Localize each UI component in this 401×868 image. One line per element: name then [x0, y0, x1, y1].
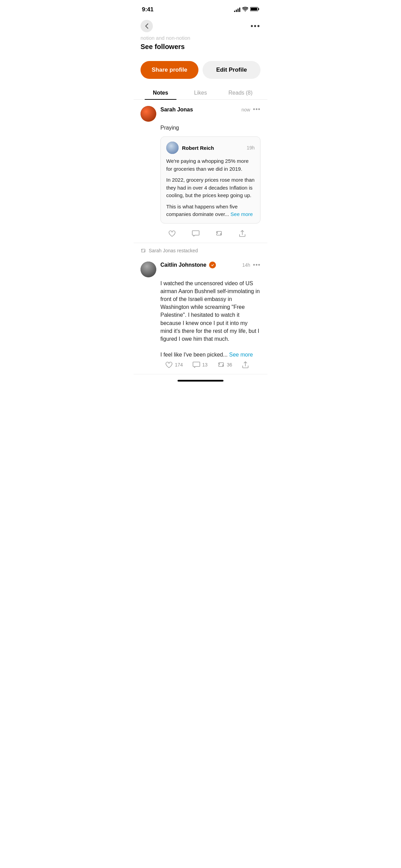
status-time: 9:41 [142, 6, 154, 13]
author-with-badge: Caitlin Johnstone [160, 262, 216, 268]
home-bar [178, 380, 223, 382]
quoted-text-body: We're paying a whopping 25% more for gro… [166, 157, 255, 218]
repost-button-2[interactable]: 36 [217, 361, 232, 369]
like-button[interactable] [168, 230, 176, 237]
note-2-time: 14h [242, 262, 250, 268]
share-button-2[interactable] [242, 361, 249, 369]
avatar-caitlin[interactable] [141, 262, 156, 277]
note-meta: Sarah Jonas now ••• [160, 106, 260, 113]
like-button-2[interactable]: 174 [165, 361, 183, 369]
status-icons [234, 7, 259, 13]
comment-button-2[interactable]: 13 [193, 361, 208, 369]
note-2-author-row: Caitlin Johnstone 14h ••• [160, 262, 260, 269]
note-author-name[interactable]: Sarah Jonas [160, 107, 193, 113]
quoted-author-name[interactable]: Robert Reich [182, 145, 214, 151]
restack-label: Sarah Jonas restacked [134, 243, 267, 255]
svg-rect-2 [251, 8, 257, 11]
home-indicator [134, 374, 267, 384]
quoted-note-header: Robert Reich 19h [166, 142, 255, 154]
header-section: notion and non-notion See followers [134, 35, 267, 61]
note-time-more: now ••• [241, 106, 260, 113]
note-author-row: Sarah Jonas now ••• [160, 106, 260, 113]
note-actions-row [141, 228, 260, 243]
wifi-icon [242, 7, 248, 13]
comment-count-2: 13 [202, 362, 208, 367]
signal-icon [234, 7, 240, 12]
verified-badge [209, 262, 216, 268]
tab-reads[interactable]: Reads (8) [220, 86, 260, 99]
notes-feed: Sarah Jonas now ••• Praying Robert Reich [134, 100, 267, 374]
nav-bar: ••• [134, 17, 267, 35]
tab-notes[interactable]: Notes [141, 86, 181, 99]
quoted-paragraph-1: We're paying a whopping 25% more for gro… [166, 157, 255, 173]
note-2-meta: Caitlin Johnstone 14h ••• [160, 262, 260, 269]
note-item-2: Caitlin Johnstone 14h ••• I watched t [134, 255, 267, 374]
note-header: Sarah Jonas now ••• [141, 106, 260, 122]
note-time: now [241, 107, 250, 112]
see-more-button-2[interactable]: See more [229, 352, 253, 358]
share-profile-button[interactable]: Share profile [141, 61, 198, 79]
note-more-button[interactable]: ••• [253, 106, 260, 113]
edit-profile-button[interactable]: Edit Profile [203, 61, 260, 79]
note-2-header: Caitlin Johnstone 14h ••• [141, 262, 260, 277]
like-count-2: 174 [175, 362, 183, 367]
repost-button[interactable] [215, 230, 223, 237]
svg-rect-1 [258, 8, 259, 10]
action-buttons: Share profile Edit Profile [134, 61, 267, 79]
quoted-paragraph-2: In 2022, grocery prices rose more than t… [166, 176, 255, 200]
note-2-body: I watched the uncensored video of US air… [160, 279, 260, 359]
quoted-header-left: Robert Reich [166, 142, 214, 154]
note-2-actions-row: 174 13 36 [141, 360, 260, 374]
quoted-time: 19h [247, 145, 255, 150]
note-body-text: Praying [160, 124, 260, 132]
quoted-note: Robert Reich 19h We're paying a whopping… [160, 136, 260, 224]
profile-tabs: Notes Likes Reads (8) [134, 86, 267, 100]
note-2-author-name[interactable]: Caitlin Johnstone [160, 262, 206, 268]
more-options-button[interactable]: ••• [251, 22, 260, 30]
comment-button[interactable] [192, 230, 199, 237]
see-more-button-1[interactable]: See more [231, 211, 253, 217]
note-2-more-button[interactable]: ••• [253, 262, 260, 269]
repost-count-2: 36 [227, 362, 232, 367]
avatar[interactable] [141, 106, 156, 122]
faded-header-text: notion and non-notion [141, 35, 260, 41]
note-2-time-more: 14h ••• [242, 262, 260, 269]
back-button[interactable] [141, 20, 153, 32]
tab-likes[interactable]: Likes [181, 86, 221, 99]
quoted-paragraph-3: This is what happens when five companies… [166, 203, 255, 218]
see-followers-label[interactable]: See followers [141, 43, 260, 51]
status-bar: 9:41 [134, 0, 267, 17]
restack-label-text: Sarah Jonas restacked [149, 248, 198, 253]
share-button[interactable] [239, 230, 246, 237]
note-item: Sarah Jonas now ••• Praying Robert Reich [134, 100, 267, 243]
battery-icon [250, 7, 259, 13]
quoted-avatar[interactable] [166, 142, 179, 154]
